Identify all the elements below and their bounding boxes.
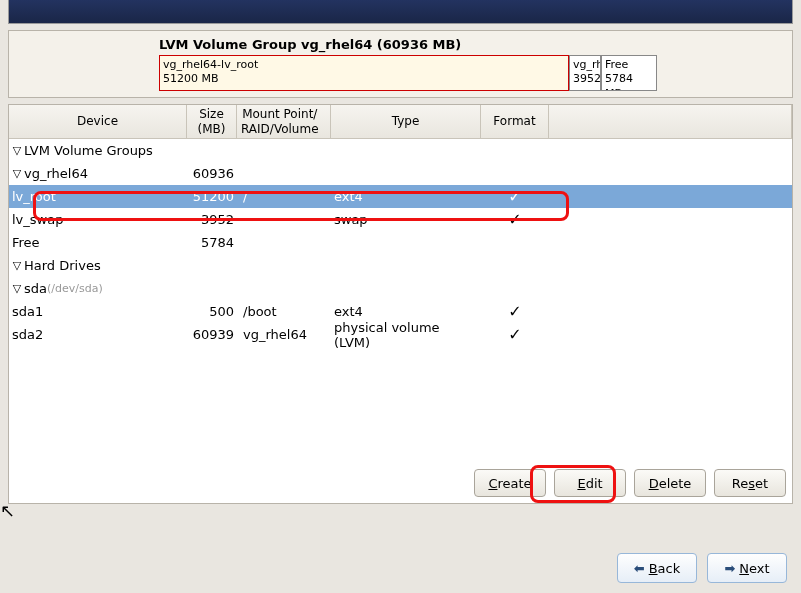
type: swap — [331, 212, 481, 227]
row-lv-swap[interactable]: lv_swap 3952 swap ✓ — [9, 208, 792, 231]
vg-seg-free-name: Free — [605, 58, 653, 72]
edit-button[interactable]: Edit — [554, 469, 626, 497]
size: 51200 — [187, 189, 237, 204]
size: 60939 — [187, 327, 237, 342]
label: sda1 — [12, 304, 43, 319]
create-button[interactable]: Create — [474, 469, 546, 497]
type: physical volume (LVM) — [331, 320, 481, 350]
expand-icon[interactable]: ▽ — [12, 259, 22, 272]
back-button[interactable]: ⬅Back — [617, 553, 697, 583]
label: lv_swap — [12, 212, 63, 227]
vg-size: 60936 — [187, 166, 237, 181]
size: 5784 — [187, 235, 237, 250]
format-check-icon: ✓ — [481, 302, 549, 321]
size: 500 — [187, 304, 237, 319]
next-button[interactable]: ➡Next — [707, 553, 787, 583]
col-device[interactable]: Device — [9, 105, 187, 138]
format-check-icon: ✓ — [481, 325, 549, 344]
format-check-icon: ✓ — [481, 210, 549, 229]
vg-seg-root-name: vg_rhel64-lv_root — [163, 58, 565, 72]
tree-body: ▽LVM Volume Groups ▽vg_rhel64 60936 lv_r… — [9, 139, 792, 346]
label: sda — [24, 281, 47, 296]
delete-button[interactable]: Delete — [634, 469, 706, 497]
mount: / — [237, 189, 331, 204]
expand-icon[interactable]: ▽ — [12, 144, 22, 157]
volume-group-panel: LVM Volume Group vg_rhel64 (60936 MB) vg… — [8, 30, 793, 98]
label: lv_root — [12, 189, 56, 204]
row-hard-drives[interactable]: ▽Hard Drives — [9, 254, 792, 277]
vg-seg-free[interactable]: Free 5784 MB — [601, 55, 657, 91]
row-sda2[interactable]: sda2 60939 vg_rhel64 physical volume (LV… — [9, 323, 792, 346]
reset-button[interactable]: Reset — [714, 469, 786, 497]
expand-icon[interactable]: ▽ — [12, 282, 22, 295]
label: vg_rhel64 — [24, 166, 88, 181]
label: reate — [497, 476, 531, 491]
label: elete — [659, 476, 692, 491]
partition-tree-panel: Device Size (MB) Mount Point/ RAID/Volum… — [8, 104, 793, 504]
vg-title: LVM Volume Group vg_rhel64 (60936 MB) — [159, 37, 786, 52]
row-free[interactable]: Free 5784 — [9, 231, 792, 254]
vg-seg-root-size: 51200 MB — [163, 72, 565, 86]
label: LVM Volume Groups — [24, 143, 153, 158]
row-sda[interactable]: ▽sda (/dev/sda) — [9, 277, 792, 300]
col-mount[interactable]: Mount Point/ RAID/Volume — [237, 105, 331, 138]
tree-header: Device Size (MB) Mount Point/ RAID/Volum… — [9, 105, 792, 139]
mount: /boot — [237, 304, 331, 319]
row-lvm-groups[interactable]: ▽LVM Volume Groups — [9, 139, 792, 162]
row-vg[interactable]: ▽vg_rhel64 60936 — [9, 162, 792, 185]
col-type[interactable]: Type — [331, 105, 481, 138]
vg-usage-bar: vg_rhel64-lv_root 51200 MB vg_rh 3952 Fr… — [159, 55, 786, 91]
mount: vg_rhel64 — [237, 327, 331, 342]
size: 3952 — [187, 212, 237, 227]
cursor-icon: ↖ — [0, 500, 15, 521]
header-banner — [8, 0, 793, 24]
vg-seg-root[interactable]: vg_rhel64-lv_root 51200 MB — [159, 55, 569, 91]
expand-icon[interactable]: ▽ — [12, 167, 22, 180]
col-size[interactable]: Size (MB) — [187, 105, 237, 138]
type: ext4 — [331, 189, 481, 204]
col-spacer — [549, 105, 792, 138]
vg-seg-swap-size: 3952 — [573, 72, 597, 86]
nav-buttons: ⬅Back ➡Next — [617, 553, 787, 583]
format-check-icon: ✓ — [481, 187, 549, 206]
label: Free — [12, 235, 40, 250]
vg-seg-free-size: 5784 MB — [605, 72, 653, 91]
label: et — [755, 476, 768, 491]
col-format[interactable]: Format — [481, 105, 549, 138]
label: sda2 — [12, 327, 43, 342]
label: dit — [586, 476, 603, 491]
label: Hard Drives — [24, 258, 101, 273]
type: ext4 — [331, 304, 481, 319]
dev-path: (/dev/sda) — [47, 282, 103, 295]
row-lv-root[interactable]: lv_root 51200 / ext4 ✓ — [9, 185, 792, 208]
action-buttons: Create Edit Delete Reset — [474, 469, 786, 497]
arrow-right-icon: ➡ — [724, 561, 735, 576]
arrow-left-icon: ⬅ — [634, 561, 645, 576]
vg-seg-swap[interactable]: vg_rh 3952 — [569, 55, 601, 91]
vg-seg-swap-name: vg_rh — [573, 58, 597, 72]
